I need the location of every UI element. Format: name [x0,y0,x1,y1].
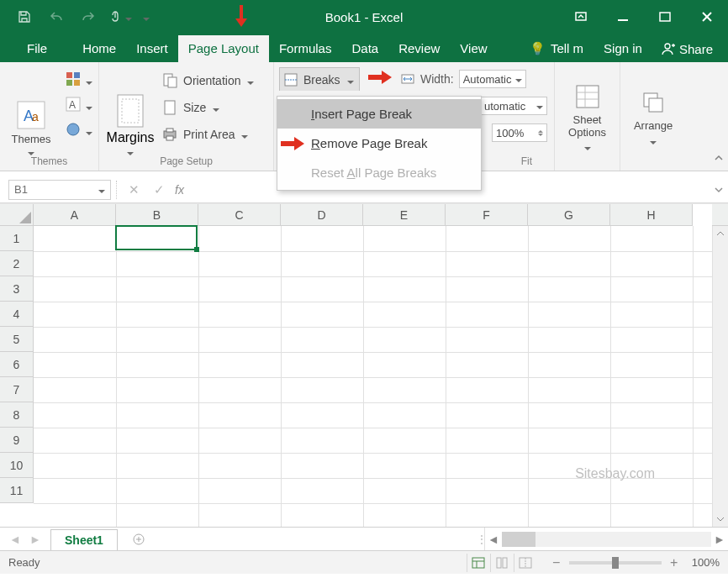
column-header[interactable]: H [610,204,693,226]
maximize-icon[interactable] [644,0,686,34]
row-header[interactable]: 10 [0,453,34,478]
minimize-icon[interactable] [602,0,644,34]
column-header[interactable]: D [281,204,363,226]
print-area-icon [161,126,178,143]
tab-file[interactable]: File [17,35,57,62]
page-break-view-icon[interactable] [514,554,537,572]
save-icon[interactable] [8,0,40,34]
qat-customize-icon[interactable] [136,0,156,34]
close-icon[interactable] [686,0,728,34]
scroll-down-icon[interactable] [713,512,728,527]
svg-rect-40 [503,558,507,568]
status-bar: Ready − + 100% [0,550,728,574]
print-area-button[interactable]: Print Area [158,123,257,146]
orientation-button[interactable]: Orientation [158,69,257,92]
select-all-corner[interactable] [0,204,34,226]
row-header[interactable]: 6 [0,352,34,377]
row-header[interactable]: 7 [0,377,34,402]
svg-rect-32 [649,98,662,112]
column-header[interactable]: G [528,204,610,226]
theme-fonts-button[interactable]: A [61,94,86,114]
row-header[interactable]: 4 [0,302,34,327]
column-header[interactable]: B [116,204,198,226]
sign-in-button[interactable]: Sign in [593,35,652,62]
sheet-tab-sheet1[interactable]: Sheet1 [50,529,118,550]
tab-data[interactable]: Data [341,35,388,62]
menu-insert-page-break[interactable]: Insert Page Break [277,99,481,129]
column-header[interactable]: E [363,204,446,226]
scroll-left-icon[interactable]: ◄ [485,533,502,546]
themes-button[interactable]: Aa Themes [5,66,57,154]
size-button[interactable]: Size [158,96,257,119]
insert-function-icon[interactable]: fx [175,183,184,197]
svg-rect-10 [74,72,80,78]
theme-effects-button[interactable] [61,119,86,139]
quick-access-toolbar [0,0,156,34]
row-header[interactable]: 2 [0,251,34,276]
zoom-level[interactable]: 100% [692,556,720,569]
arrange-button[interactable]: Arrange [625,66,681,165]
column-header[interactable]: C [198,204,281,226]
touch-mode-icon[interactable] [104,0,136,34]
scroll-right-icon[interactable]: ► [711,533,728,546]
redo-icon[interactable] [72,0,104,34]
row-header[interactable]: 9 [0,428,34,453]
svg-rect-9 [66,72,72,78]
row-header[interactable]: 8 [0,402,34,428]
tab-formulas[interactable]: Formulas [269,35,342,62]
collapse-ribbon-icon[interactable] [713,152,725,167]
column-header[interactable]: A [34,204,116,226]
svg-rect-11 [66,80,72,86]
colors-icon [65,71,82,87]
active-cell-outline [115,225,198,250]
expand-formula-bar-icon[interactable] [710,185,728,195]
row-header[interactable]: 5 [0,327,34,352]
annotation-arrow-down-icon [235,5,247,29]
svg-text:a: a [32,110,39,123]
tell-me-input[interactable]: Tell m [547,35,593,62]
scale-spinner[interactable]: 100% [492,123,547,142]
normal-view-icon[interactable] [467,554,490,572]
sheet-nav-next-icon[interactable]: ► [25,533,45,546]
tab-review[interactable]: Review [388,35,450,62]
margins-button[interactable]: Margins [104,66,156,154]
undo-icon[interactable] [40,0,72,34]
horizontal-scrollbar[interactable]: ◄ ► [484,528,728,550]
sheet-nav-prev-icon[interactable]: ◄ [5,533,25,546]
name-box[interactable]: B1 [8,180,111,200]
zoom-in-button[interactable]: + [668,555,680,570]
row-header[interactable]: 11 [0,478,34,503]
fill-handle[interactable] [194,247,199,252]
scroll-up-icon[interactable] [713,226,728,241]
sheet-options-button[interactable]: SheetOptions [560,66,615,165]
tab-view[interactable]: View [450,35,497,62]
width-icon [400,71,415,87]
window-controls [560,0,728,34]
effects-icon [65,121,82,138]
height-select[interactable]: utomatic [480,97,547,115]
width-select[interactable]: Automatic [459,70,526,88]
svg-point-15 [67,123,79,135]
column-header[interactable]: F [446,204,528,226]
svg-rect-27 [577,86,599,108]
cells-area[interactable]: Sitesbay.com [34,226,712,527]
tab-insert[interactable]: Insert [126,35,178,62]
cancel-formula-icon: ✕ [121,180,146,200]
enter-formula-icon: ✓ [146,180,171,200]
breaks-button[interactable]: Breaks [279,67,360,91]
svg-rect-22 [166,129,173,132]
page-layout-view-icon[interactable] [490,554,514,572]
row-header[interactable]: 3 [0,276,34,302]
menu-remove-page-break[interactable]: Remove Page Break [277,129,481,158]
zoom-out-button[interactable]: − [551,555,562,570]
ribbon-display-icon[interactable] [560,0,602,34]
tab-page-layout[interactable]: Page Layout [178,35,269,62]
zoom-slider[interactable]: − + [551,555,680,570]
new-sheet-button[interactable] [126,530,151,549]
vertical-scrollbar[interactable] [712,226,728,527]
row-header[interactable]: 1 [0,226,34,251]
breaks-icon [283,72,298,87]
share-button[interactable]: Share [652,36,721,61]
tab-home[interactable]: Home [72,35,126,62]
theme-colors-button[interactable] [61,69,86,89]
